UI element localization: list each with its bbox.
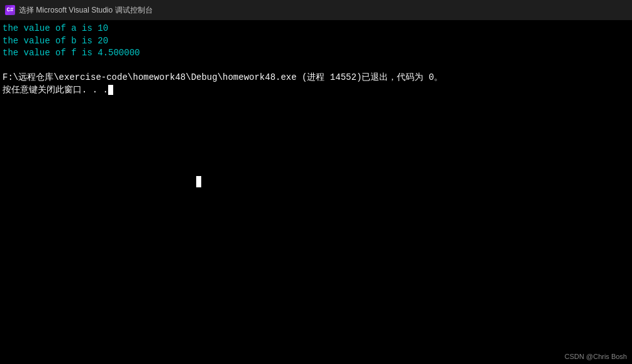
app-icon: C# bbox=[5, 5, 15, 15]
console-line-5: F:\远程仓库\exercise-code\homework48\Debug\h… bbox=[3, 72, 629, 84]
icon-label: C# bbox=[7, 7, 14, 13]
title-bar: C# 选择 Microsoft Visual Studio 调试控制台 bbox=[0, 0, 632, 20]
watermark: CSDN @Chris Bosh bbox=[565, 353, 627, 360]
center-cursor bbox=[196, 176, 201, 187]
console-line-1: the value of a is 10 bbox=[3, 23, 629, 35]
console-line-3: the value of f is 4.500000 bbox=[3, 47, 629, 60]
console-area: the value of a is 10 the value of b is 2… bbox=[0, 20, 632, 364]
title-bar-text: 选择 Microsoft Visual Studio 调试控制台 bbox=[19, 5, 153, 16]
console-line-2: the value of b is 20 bbox=[3, 35, 629, 48]
console-line-4 bbox=[3, 60, 629, 72]
console-line-6: 按任意键关闭此窗口. . . bbox=[3, 84, 629, 97]
input-cursor bbox=[108, 85, 113, 95]
